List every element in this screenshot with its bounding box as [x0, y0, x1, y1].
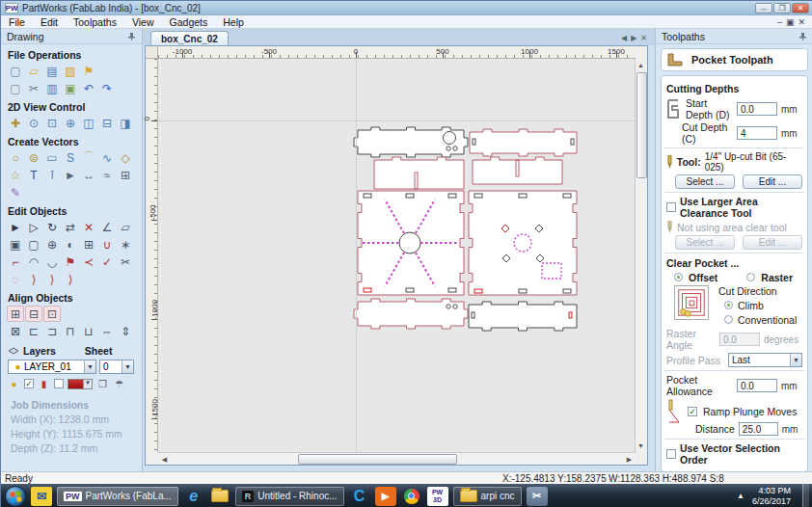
area-clearance-checkbox[interactable] [666, 202, 676, 212]
align-left-icon[interactable]: ⊏ [25, 323, 42, 339]
horizontal-scrollbar[interactable]: ◀ ▶ [158, 452, 636, 465]
chevron-down-icon[interactable]: ▼ [122, 360, 133, 373]
close-button[interactable]: ✕ [792, 3, 809, 13]
menu-help[interactable]: Help [215, 16, 252, 28]
ramp-plunge-checkbox[interactable]: ✓ [688, 407, 697, 416]
node-edit-icon[interactable]: ▷ [25, 219, 42, 235]
flip-tool-icon[interactable]: ◐ [62, 236, 79, 253]
zoom-extents-icon[interactable]: ◫ [80, 115, 97, 131]
curve-edit-1-icon[interactable]: ⟩ [25, 271, 42, 287]
switch-view-icon[interactable]: ◨ [117, 115, 134, 131]
align-h-center-icon[interactable]: ⊟ [25, 306, 42, 322]
pocket-allowance-input[interactable]: 0.0 [737, 379, 777, 392]
menu-edit[interactable]: Edit [33, 16, 66, 28]
blue-c-app-icon[interactable]: C [349, 487, 370, 506]
tab-scroll-left-icon[interactable]: ◀ [621, 34, 627, 42]
trim-tool-icon[interactable]: ✂ [117, 254, 134, 270]
zoom-interactive-icon[interactable]: ⊙ [25, 115, 42, 131]
vertical-scroll-thumb[interactable] [636, 72, 647, 178]
chrome-icon[interactable] [401, 487, 422, 506]
taskbar-arpi-cnc[interactable]: arpi cnc [453, 487, 522, 506]
offset-radio[interactable] [674, 273, 683, 281]
scroll-right-icon[interactable]: ▶ [623, 453, 636, 466]
tray-expand-icon[interactable]: ▲ [737, 492, 744, 500]
draw-arc-icon[interactable]: ⌒ [80, 149, 97, 166]
ramp-distance-input[interactable]: 25.0 [739, 422, 778, 436]
pin-icon[interactable] [127, 32, 136, 41]
undo-icon[interactable]: ↶ [80, 80, 97, 96]
chevron-down-icon[interactable]: ▼ [790, 354, 801, 366]
copy-layer-icon[interactable]: ❐ [96, 378, 109, 389]
window-titlebar[interactable]: PW PartWorks (FabLab India) - [box_Cnc_0… [1, 1, 812, 15]
tool-select-button[interactable]: Select ... [675, 174, 735, 189]
media-player-icon[interactable]: ▶ [375, 487, 396, 506]
text-select-icon[interactable]: ► [62, 167, 79, 183]
align-top-icon[interactable]: ⊓ [62, 323, 79, 339]
measure-tool-icon[interactable]: ∠ [98, 219, 116, 235]
vector-order-checkbox[interactable] [666, 449, 676, 459]
align-bottom-icon[interactable]: ⊔ [80, 323, 97, 339]
rotate-tool-icon[interactable]: ↻ [43, 219, 61, 235]
fillet-tool-icon[interactable]: ⌐ [7, 254, 24, 270]
space-v-icon[interactable]: ⇕ [117, 323, 134, 339]
drawing-panel-header[interactable]: Drawing [1, 29, 142, 44]
sheet-select[interactable]: 0 ▼ [99, 360, 134, 374]
mirror-tool-icon[interactable]: ⇄ [62, 219, 79, 235]
climb-radio[interactable] [724, 301, 733, 309]
import-vectors-icon[interactable]: ▨ [62, 63, 79, 79]
draw-rectangle-icon[interactable]: ▭ [43, 149, 61, 166]
menu-toolpaths[interactable]: Toolpaths [66, 16, 124, 28]
merge-layer-icon[interactable]: ☂ [113, 378, 125, 389]
new-file-icon[interactable]: ▢ [7, 63, 24, 79]
raster-angle-input[interactable]: 0.0 [719, 333, 760, 346]
pin-icon[interactable] [798, 32, 807, 41]
text-on-curve-icon[interactable]: ≈ [98, 167, 116, 183]
check-vectors-icon[interactable]: ✓ [98, 254, 116, 270]
chevron-down-icon[interactable]: ▼ [84, 360, 95, 373]
offset-tool-icon[interactable]: ▣ [7, 236, 24, 253]
copy-icon[interactable]: ▥ [43, 80, 61, 96]
tab-box-cnc-02[interactable]: box_Cnc_02 [150, 31, 229, 45]
text-box-icon[interactable]: ⊺ [43, 167, 61, 183]
weld-vectors-icon[interactable]: ∗ [117, 236, 134, 253]
clearance-edit-button[interactable]: Edit ... [743, 235, 802, 250]
explorer-folder-icon[interactable] [209, 487, 230, 506]
conventional-radio[interactable] [724, 315, 733, 324]
raster-radio[interactable] [746, 273, 755, 281]
join-curves-icon[interactable]: ∪ [98, 236, 116, 253]
zoom-width-icon[interactable]: ⊟ [98, 115, 116, 131]
freehand-draw-icon[interactable]: ✎ [7, 184, 24, 200]
save-file-icon[interactable]: ▤ [43, 63, 61, 79]
pan-icon[interactable]: ✚ [7, 115, 24, 131]
scroll-down-icon[interactable]: ▼ [635, 440, 647, 452]
drawing-canvas[interactable] [158, 59, 636, 452]
mdi-minimize-icon[interactable]: – [777, 17, 782, 27]
scroll-left-icon[interactable]: ◀ [158, 453, 171, 466]
toolpaths-panel-header[interactable]: Toolpaths [656, 29, 812, 44]
menu-gadgets[interactable]: Gadgets [162, 16, 216, 28]
snipping-tool-icon[interactable]: ✂ [527, 487, 548, 506]
layer-lock-icon[interactable]: ▮ [38, 378, 50, 389]
align-v-center-icon[interactable]: ⊡ [43, 306, 61, 322]
partworks-3d-icon[interactable]: PW3D [427, 487, 448, 506]
align-center-icon[interactable]: ⊞ [7, 306, 24, 322]
draw-polygon-icon[interactable]: ◇ [117, 149, 134, 166]
text-spacing-icon[interactable]: ↔ [80, 167, 97, 183]
draw-circle-icon[interactable]: ○ [7, 149, 24, 166]
draw-text-icon[interactable]: T [25, 167, 42, 183]
zoom-selected-icon[interactable]: ⊕ [62, 115, 79, 131]
mdi-close-icon[interactable]: ✕ [798, 17, 805, 27]
chevron-down-icon[interactable]: ▼ [83, 380, 92, 388]
curve-edit-2-icon[interactable]: ⟩ [43, 271, 61, 287]
vertical-scrollbar[interactable]: ▲ ▼ [635, 59, 647, 452]
select-tool-icon[interactable]: ► [7, 219, 24, 235]
scroll-up-icon[interactable]: ▲ [635, 59, 647, 71]
curve-edit-3-icon[interactable]: ⟩ [62, 271, 79, 287]
angle-tool-icon[interactable]: ≺ [80, 254, 97, 270]
select-all-icon[interactable]: ▢ [7, 80, 24, 96]
start-button[interactable] [5, 486, 26, 507]
open-file-icon[interactable]: ▱ [25, 63, 42, 79]
grid-array-icon[interactable]: ⊞ [80, 236, 97, 253]
align-right-icon[interactable]: ⊐ [43, 323, 61, 339]
distort-tool-icon[interactable]: ▱ [117, 219, 134, 235]
